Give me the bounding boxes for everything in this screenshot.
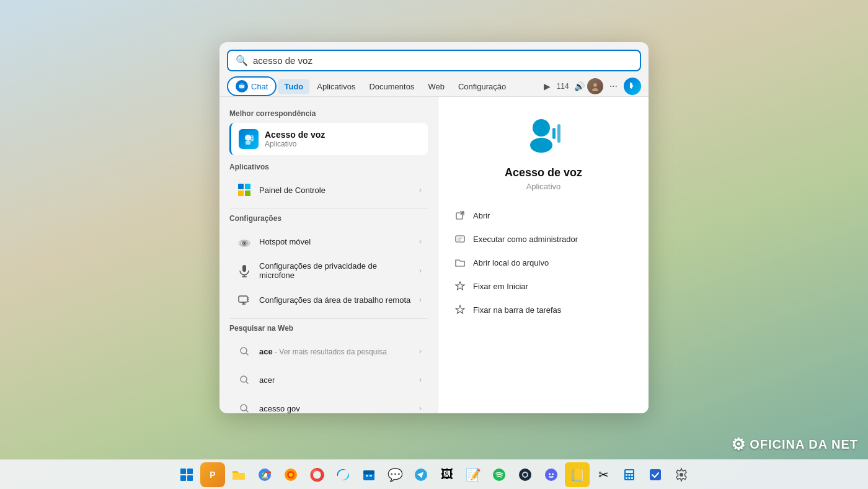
taskbar-pre-icon[interactable]: P <box>200 462 225 487</box>
taskbar-calculator-icon[interactable] <box>617 462 642 487</box>
mic-icon <box>236 262 253 279</box>
search-input[interactable] <box>253 55 632 66</box>
taskbar-whatsapp-icon[interactable]: 💬 <box>383 462 407 487</box>
action-local-label: Abrir local do arquivo <box>473 258 549 267</box>
right-panel: Acesso de voz Aplicativo Abrir <box>438 97 649 413</box>
bing-icon[interactable] <box>624 78 641 95</box>
right-title: Acesso de voz <box>505 166 582 179</box>
main-content: Melhor correspondência Acesso de voz Apl… <box>219 97 649 413</box>
microfone-label: Configurações de privacidade de microfon… <box>259 261 413 280</box>
svg-rect-61 <box>626 470 633 473</box>
svg-rect-33 <box>552 128 556 139</box>
taskbar-discord-icon[interactable] <box>539 462 564 487</box>
tab-configuracao[interactable]: Configuração <box>452 79 512 94</box>
svg-rect-10 <box>238 191 244 196</box>
chevron-right-icon-7: › <box>419 404 422 413</box>
svg-point-59 <box>552 473 554 475</box>
svg-rect-51 <box>366 475 368 477</box>
speaker-icon: 🔊 <box>574 81 585 91</box>
pin-start-icon <box>453 279 467 293</box>
best-match-item[interactable]: Acesso de voz Aplicativo <box>229 123 428 155</box>
web-acesso-gov-label: acesso gov <box>259 404 413 413</box>
taskbar-opera-icon[interactable]: ⭕ <box>304 462 329 487</box>
list-item-hotspot[interactable]: Hotspot móvel › <box>229 228 428 255</box>
remote-icon <box>236 291 253 308</box>
taskbar-chrome-icon[interactable] <box>252 462 277 487</box>
list-item-web-acesso-gov[interactable]: acesso gov › <box>229 395 428 413</box>
chevron-right-icon-5: › <box>419 347 422 356</box>
section-best-match: Melhor correspondência <box>229 109 428 118</box>
svg-rect-68 <box>650 469 661 480</box>
svg-rect-6 <box>251 137 252 137</box>
best-match-subtitle: Aplicativo <box>265 140 325 148</box>
svg-point-48 <box>289 473 293 477</box>
tab-chat[interactable]: Chat <box>227 76 277 96</box>
action-abrir[interactable]: Abrir <box>451 204 636 227</box>
web-ace-label: ace - Ver mais resultados da pesquisa <box>259 347 413 356</box>
svg-rect-62 <box>626 474 627 476</box>
action-local[interactable]: Abrir local do arquivo <box>451 251 636 274</box>
tab-tudo[interactable]: Tudo <box>278 79 309 94</box>
user-avatar[interactable] <box>587 78 603 94</box>
taskbar-edge-icon[interactable] <box>330 462 355 487</box>
painel-icon <box>236 181 253 199</box>
watermark-text: OFICINA DA NET <box>750 437 858 452</box>
search-window: 🔍 Chat Tudo Aplicativos Documentos Web C… <box>219 42 649 413</box>
tab-aplicativos[interactable]: Aplicativos <box>311 79 361 94</box>
chevron-right-icon-3: › <box>419 266 422 275</box>
list-item-web-acer[interactable]: acer › <box>229 366 428 393</box>
list-item-remote[interactable]: Configurações da área de trabalho remota… <box>229 286 428 313</box>
search-web-icon-2 <box>236 371 253 388</box>
taskbar-camtasia-icon[interactable]: ✂ <box>591 462 616 487</box>
chevron-right-icon-2: › <box>419 237 422 246</box>
taskbar-photos-icon[interactable]: 🖼 <box>435 462 459 487</box>
svg-point-2 <box>592 88 598 91</box>
taskbar-spotify-icon[interactable] <box>487 462 512 487</box>
taskbar-notes-icon[interactable]: 📝 <box>461 462 485 487</box>
list-item-web-ace[interactable]: ace - Ver mais resultados da pesquisa › <box>229 338 428 365</box>
svg-rect-66 <box>629 477 631 479</box>
svg-rect-37 <box>456 236 464 242</box>
svg-rect-4 <box>246 141 250 145</box>
svg-point-69 <box>680 473 683 477</box>
taskbar-files-icon[interactable] <box>226 462 251 487</box>
list-item-microfone[interactable]: Configurações de privacidade de microfon… <box>229 256 428 285</box>
svg-rect-41 <box>187 469 193 474</box>
section-web: Pesquisar na Web <box>229 324 428 333</box>
taskbar-telegram-icon[interactable] <box>409 462 433 487</box>
chevron-right-icon-4: › <box>419 295 422 304</box>
action-pin-start[interactable]: Fixar em Iniciar <box>451 274 636 298</box>
right-subtitle: Aplicativo <box>526 182 561 191</box>
play-icon[interactable]: ▶ <box>542 80 552 92</box>
svg-point-1 <box>593 83 597 87</box>
svg-rect-42 <box>180 475 186 481</box>
taskbar-calendar-icon[interactable] <box>356 462 381 487</box>
tab-documentos[interactable]: Documentos <box>363 79 420 94</box>
tab-web[interactable]: Web <box>422 79 451 94</box>
action-pin-taskbar[interactable]: Fixar na barra de tarefas <box>451 298 636 321</box>
right-actions: Abrir Executar como administrador <box>451 204 636 321</box>
svg-rect-63 <box>629 474 631 476</box>
svg-rect-8 <box>238 184 244 189</box>
search-icon: 🔍 <box>236 55 248 66</box>
right-app-icon <box>519 109 569 159</box>
hotspot-label: Hotspot móvel <box>259 237 413 246</box>
taskbar-steam-icon[interactable] <box>513 462 538 487</box>
svg-rect-50 <box>363 470 374 474</box>
taskbar-gold-notes-icon[interactable]: 📒 <box>565 462 590 487</box>
more-options-icon[interactable]: ··· <box>606 79 621 93</box>
tab-extras: ▶ 114 🔊 ··· <box>542 78 641 95</box>
pin-taskbar-icon <box>453 303 467 316</box>
svg-rect-9 <box>245 184 250 189</box>
taskbar-start-button[interactable] <box>174 462 199 487</box>
best-match-title: Acesso de voz <box>265 130 325 140</box>
svg-rect-38 <box>458 238 463 239</box>
taskbar-todo-icon[interactable] <box>643 462 668 487</box>
taskbar-settings-icon[interactable] <box>669 462 694 487</box>
web-acer-label: acer <box>259 375 413 385</box>
action-admin[interactable]: Executar como administrador <box>451 227 636 251</box>
gear-icon: ⚙ <box>731 435 746 454</box>
list-item-painel[interactable]: Painel de Controle › <box>229 176 428 204</box>
svg-point-3 <box>245 135 251 141</box>
taskbar-firefox-icon[interactable] <box>278 462 303 487</box>
